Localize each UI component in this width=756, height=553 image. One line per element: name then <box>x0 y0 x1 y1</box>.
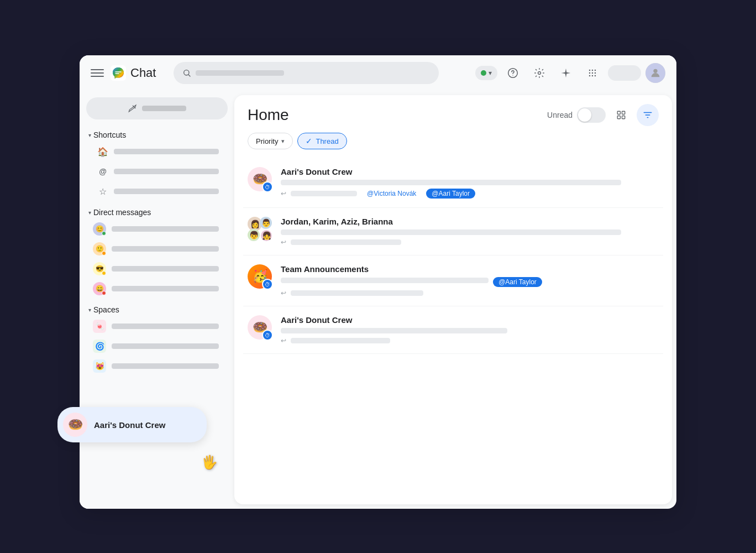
thread-preview-bar-2 <box>281 229 621 235</box>
dm-item-3[interactable]: 😎 <box>80 259 228 279</box>
sidebar-item-starred[interactable]: ☆ <box>80 181 228 201</box>
svg-point-12 <box>592 75 594 77</box>
dm-status-dot-1 <box>102 231 106 236</box>
menu-icon[interactable] <box>91 66 104 80</box>
svg-rect-15 <box>617 111 620 114</box>
gemini-button[interactable] <box>555 62 577 84</box>
dm-section-header[interactable]: ▾ Direct messages <box>80 206 234 219</box>
dm-item-2[interactable]: 🙂 <box>80 239 228 259</box>
thread-item-4[interactable]: 🍩 ⏱ Aari's Donut Crew ↩ <box>243 306 663 354</box>
reply-icon-3: ↩ <box>281 289 286 297</box>
thread-reply-row-1: ↩ @Victoria Novák @Aari Taylor <box>281 189 659 199</box>
thread-label: Thread <box>316 137 338 145</box>
spaces-label-bar-1 <box>112 324 219 329</box>
svg-point-14 <box>653 69 657 73</box>
spaces-item-2[interactable]: 🌀 <box>80 336 228 356</box>
thread-check-icon: ✓ <box>306 137 312 145</box>
dm-label-bar-2 <box>112 246 219 252</box>
thread-preview-bar-1 <box>281 180 621 185</box>
filter-button[interactable] <box>637 104 659 126</box>
spaces-section-header[interactable]: ▾ Spaces <box>80 303 234 316</box>
apps-icon <box>587 67 598 79</box>
thread-name-3: Team Announcements <box>281 264 659 274</box>
chevron-down-icon: ▾ <box>489 69 492 77</box>
svg-point-5 <box>589 70 591 71</box>
sidebar-item-mentions[interactable]: @ <box>80 161 228 181</box>
svg-rect-17 <box>617 116 620 119</box>
dm-status-dot-2 <box>102 251 106 255</box>
svg-point-11 <box>589 75 591 77</box>
body-layout: ▾ Shortcuts 🏠 @ ☆ ▾ Dir <box>80 91 676 509</box>
thread-item-3[interactable]: 🥳 ⏱ Team Announcements @Aari Taylor ↩ <box>243 255 663 306</box>
thread-pill[interactable]: ✓ Thread <box>297 133 347 149</box>
starred-icon: ☆ <box>97 186 108 197</box>
gemini-icon <box>560 67 571 79</box>
svg-point-10 <box>595 72 596 74</box>
thread-reply-row-2: ↩ <box>281 238 659 246</box>
unread-toggle-switch[interactable] <box>577 107 606 123</box>
home-label-bar <box>114 149 219 154</box>
sidebar-item-home[interactable]: 🏠 <box>80 142 228 161</box>
new-chat-button[interactable] <box>86 97 228 119</box>
user-name-bar <box>608 65 641 81</box>
dm-avatar-2: 🙂 <box>93 242 106 255</box>
thread-item-2[interactable]: 👩 👨 👦 👧 <box>243 208 663 255</box>
starred-label-bar <box>114 189 219 194</box>
help-button[interactable] <box>502 62 524 84</box>
spaces-item-1[interactable]: 🍬 <box>80 316 228 336</box>
top-bar: Chat ▾ <box>80 55 676 91</box>
app-title: Chat <box>130 66 156 80</box>
spaces-label: Spaces <box>93 305 119 314</box>
active-space-tooltip[interactable]: 🍩 Aari's Donut Crew <box>57 407 207 442</box>
apps-button[interactable] <box>581 62 603 84</box>
thread-content-3: Team Announcements @Aari Taylor ↩ <box>281 264 659 297</box>
shortcuts-section-header[interactable]: ▾ Shortcuts <box>80 128 234 142</box>
new-chat-icon <box>128 103 138 113</box>
svg-point-4 <box>538 72 541 75</box>
search-bar[interactable] <box>174 62 439 84</box>
thread-badge-3: ⏱ <box>262 279 273 290</box>
settings-button[interactable] <box>528 62 550 84</box>
view-toggle-icon <box>616 110 626 120</box>
spaces-item-3[interactable]: 😻 <box>80 356 228 376</box>
dm-item-4[interactable]: 😄 <box>80 279 228 299</box>
thread-name-2: Jordan, Karim, Aziz, Brianna <box>281 217 659 226</box>
thread-name-1: Aari's Donut Crew <box>281 167 659 176</box>
mention-chip-victoria[interactable]: @Victoria Novák <box>361 189 422 199</box>
thread-item-1[interactable]: 🍩 ⏱ Aari's Donut Crew ↩ @Victoria Novák … <box>243 158 663 208</box>
svg-point-3 <box>512 75 513 76</box>
thread-reply-row-3: ↩ <box>281 289 659 297</box>
dm-avatar-4: 😄 <box>93 282 106 295</box>
view-toggle-button[interactable] <box>610 104 632 126</box>
mention-chip-aari-1[interactable]: @Aari Taylor <box>426 189 475 199</box>
dm-item-1[interactable]: 😊 <box>80 219 228 239</box>
dm-label: Direct messages <box>93 208 151 217</box>
spaces-label-bar-3 <box>112 363 219 369</box>
spaces-icon-3: 😻 <box>93 359 106 373</box>
dm-avatar-3: 😎 <box>93 262 106 275</box>
spaces-chevron-icon: ▾ <box>88 307 91 313</box>
svg-point-6 <box>592 70 594 71</box>
search-icon <box>182 69 191 77</box>
spaces-label-bar-2 <box>112 343 219 349</box>
reply-bar-4 <box>291 338 390 343</box>
thread-list: 🍩 ⏱ Aari's Donut Crew ↩ @Victoria Novák … <box>234 158 672 504</box>
group-avatar-br: 👧 <box>261 230 272 241</box>
announcement-row-1: @Aari Taylor <box>281 277 659 287</box>
home-icon: 🏠 <box>97 146 108 157</box>
filter-pills: Priority ▾ ✓ Thread <box>234 126 672 158</box>
page-title: Home <box>248 106 547 124</box>
priority-chevron-icon: ▾ <box>281 138 285 145</box>
main-content: Home Unread <box>234 95 672 504</box>
dm-avatar-1: 😊 <box>93 222 106 236</box>
mention-chip-aari-2[interactable]: @Aari Taylor <box>493 277 542 287</box>
status-button[interactable]: ▾ <box>475 66 497 80</box>
priority-pill[interactable]: Priority ▾ <box>248 133 293 149</box>
header-actions: Unread <box>547 104 659 126</box>
top-bar-actions: ▾ <box>475 62 665 84</box>
reply-icon-1: ↩ <box>281 190 286 197</box>
thread-avatar-3: 🥳 ⏱ <box>248 264 272 289</box>
svg-rect-16 <box>622 111 625 114</box>
new-chat-label-bar <box>142 106 186 111</box>
user-avatar[interactable] <box>645 63 665 83</box>
